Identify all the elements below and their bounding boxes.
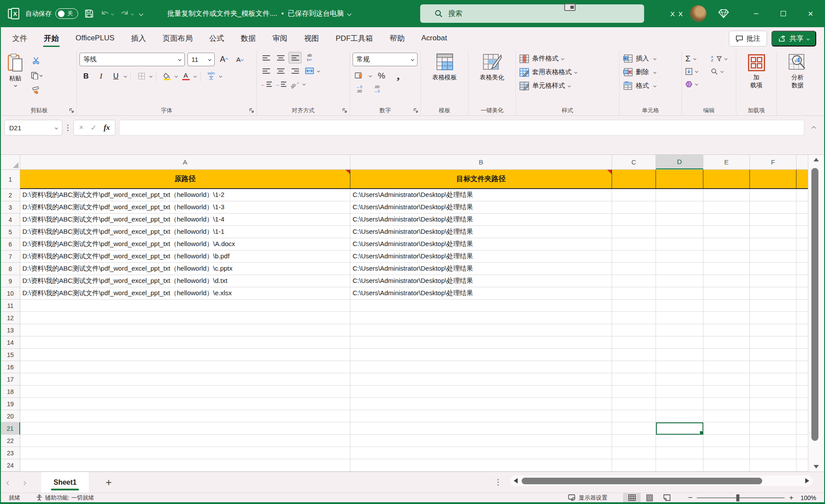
cell-C3[interactable] xyxy=(612,201,656,214)
row-header-16[interactable]: 16 xyxy=(1,361,20,373)
cell-D3[interactable] xyxy=(656,201,703,214)
tab-page-layout[interactable]: 页面布局 xyxy=(162,29,194,48)
clipboard-dialog-launcher[interactable] xyxy=(69,108,75,114)
cell-partial-16[interactable] xyxy=(796,361,808,373)
cell-E2[interactable] xyxy=(703,189,750,201)
cell-A5[interactable]: D:\资料\我的ABC测试文件\pdf_word_excel_ppt_txt（h… xyxy=(20,226,350,238)
cell-C7[interactable] xyxy=(612,250,656,263)
cell-E8[interactable] xyxy=(703,263,750,275)
number-dialog-launcher[interactable] xyxy=(413,108,419,114)
column-header-partial[interactable] xyxy=(796,155,808,169)
cell-C19[interactable] xyxy=(612,398,656,410)
cell-F12[interactable] xyxy=(750,312,796,324)
cell-D16[interactable] xyxy=(656,361,703,373)
row-header-7[interactable]: 7 xyxy=(1,250,20,263)
search-input[interactable]: 搜索 xyxy=(420,4,644,23)
user-avatar[interactable] xyxy=(690,5,706,22)
name-box[interactable]: D21 xyxy=(4,120,62,136)
cell-partial-24[interactable] xyxy=(796,459,808,472)
cell-F9[interactable] xyxy=(750,275,796,287)
cell-A22[interactable] xyxy=(20,435,350,447)
cell-E4[interactable] xyxy=(703,214,750,226)
cell-B8[interactable]: C:\Users\Administrator\Desktop\处理结果 xyxy=(350,263,612,275)
borders-button[interactable] xyxy=(135,70,148,82)
cell-B15[interactable] xyxy=(350,349,612,361)
format-painter-button[interactable] xyxy=(30,84,43,96)
confirm-entry-button[interactable]: ✓ xyxy=(90,123,97,132)
cell-A18[interactable] xyxy=(20,386,350,398)
scroll-right-button[interactable] xyxy=(805,478,809,483)
cell-C23[interactable] xyxy=(612,447,656,459)
cell-E20[interactable] xyxy=(703,410,750,422)
cell-F1[interactable] xyxy=(750,170,796,189)
cell-F23[interactable] xyxy=(750,447,796,459)
cell-partial-4[interactable] xyxy=(796,214,808,226)
prev-sheet-button[interactable] xyxy=(1,479,16,486)
tab-officeplus[interactable]: OfficePLUS xyxy=(75,29,115,47)
alignment-dialog-launcher[interactable] xyxy=(342,108,348,114)
addins-button[interactable]: 加 载项 xyxy=(739,52,774,91)
cell-E3[interactable] xyxy=(703,201,750,214)
align-top-button[interactable] xyxy=(259,52,273,64)
cancel-entry-button[interactable]: × xyxy=(79,123,83,132)
cell-D19[interactable] xyxy=(656,398,703,410)
zoom-in-button[interactable]: + xyxy=(789,493,793,502)
row-header-4[interactable]: 4 xyxy=(1,214,20,226)
row-header-12[interactable]: 12 xyxy=(1,312,20,324)
user-initials[interactable]: X X xyxy=(670,10,684,18)
cell-E5[interactable] xyxy=(703,226,750,238)
cell-F7[interactable] xyxy=(750,250,796,263)
cell-B2[interactable]: C:\Users\Administrator\Desktop\处理结果 xyxy=(350,189,612,201)
shrink-font-button[interactable]: A xyxy=(233,54,246,65)
cut-button[interactable] xyxy=(30,54,43,66)
cell-B3[interactable]: C:\Users\Administrator\Desktop\处理结果 xyxy=(350,201,612,214)
cell-F3[interactable] xyxy=(750,201,796,214)
cell-E7[interactable] xyxy=(703,250,750,263)
cell-D10[interactable] xyxy=(656,287,703,300)
cell-partial-12[interactable] xyxy=(796,312,808,324)
row-header-8[interactable]: 8 xyxy=(1,263,20,275)
cell-E1[interactable] xyxy=(703,170,750,189)
cell-C10[interactable] xyxy=(612,287,656,300)
find-select-button[interactable] xyxy=(710,65,733,77)
cell-A11[interactable] xyxy=(20,300,350,312)
cell-B18[interactable] xyxy=(350,386,612,398)
fill-color-chevron[interactable] xyxy=(175,75,178,78)
tab-formulas[interactable]: 公式 xyxy=(209,29,225,48)
cell-B19[interactable] xyxy=(350,398,612,410)
cell-B7[interactable]: C:\Users\Administrator\Desktop\处理结果 xyxy=(350,250,612,263)
cell-A21[interactable] xyxy=(20,422,350,435)
cell-partial-10[interactable] xyxy=(796,287,808,300)
cell-C8[interactable] xyxy=(612,263,656,275)
row-header-23[interactable]: 23 xyxy=(1,447,20,459)
tab-home[interactable]: 开始 xyxy=(43,29,60,48)
cell-D5[interactable] xyxy=(656,226,703,238)
zoom-out-button[interactable]: − xyxy=(688,493,692,502)
scroll-up-button[interactable] xyxy=(808,155,824,164)
cell-F21[interactable] xyxy=(750,422,796,435)
cell-B20[interactable] xyxy=(350,410,612,422)
next-sheet-button[interactable] xyxy=(16,479,32,486)
row-header-3[interactable]: 3 xyxy=(1,201,20,214)
cell-C17[interactable] xyxy=(612,373,656,386)
row-header-10[interactable]: 10 xyxy=(1,287,20,300)
increase-decimal-button[interactable]: ←0 .00 xyxy=(353,83,366,95)
fill-color-button[interactable] xyxy=(160,70,173,82)
copy-button[interactable] xyxy=(30,69,43,81)
cell-F13[interactable] xyxy=(750,324,796,336)
align-center-button[interactable] xyxy=(274,65,287,77)
horizontal-scrollbar[interactable] xyxy=(510,475,813,486)
row-header-18[interactable]: 18 xyxy=(1,386,20,398)
page-layout-view-button[interactable] xyxy=(641,493,658,502)
cell-partial-18[interactable] xyxy=(796,386,808,398)
cell-E13[interactable] xyxy=(703,324,750,336)
cell-D12[interactable] xyxy=(656,312,703,324)
cell-D4[interactable] xyxy=(656,214,703,226)
grow-font-button[interactable]: A xyxy=(217,54,231,65)
cell-A14[interactable] xyxy=(20,336,350,349)
autosum-button[interactable]: Σ xyxy=(684,53,704,64)
cell-D2[interactable] xyxy=(656,189,703,201)
autosave-toggle[interactable]: 自动保存 关 xyxy=(25,8,78,19)
row-header-11[interactable]: 11 xyxy=(1,300,20,312)
cell-B6[interactable]: C:\Users\Administrator\Desktop\处理结果 xyxy=(350,238,612,250)
